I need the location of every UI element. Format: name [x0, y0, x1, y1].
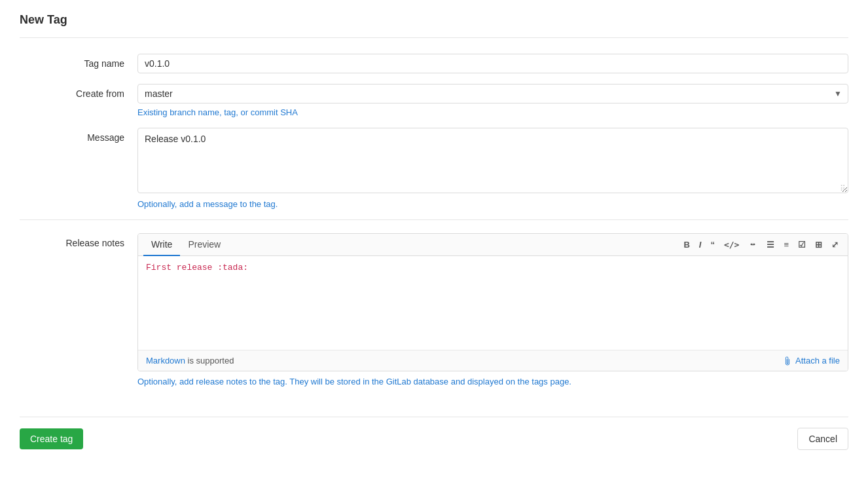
task-list-button[interactable]: ☑ [794, 238, 810, 252]
message-hint: Optionally, add a message to the tag. [137, 199, 848, 209]
bold-button[interactable]: B [679, 238, 693, 252]
message-textarea[interactable]: Release v0.1.0 [137, 128, 848, 193]
create-tag-button[interactable]: Create tag [20, 428, 83, 449]
create-from-select[interactable]: master [137, 84, 848, 103]
resize-handle-icon: ⠿ [840, 185, 846, 193]
fullscreen-button[interactable]: ⤢ [827, 238, 842, 252]
release-notes-control: Write Preview B I “ </> ☰ ≡ ☑ [137, 233, 848, 386]
create-from-select-wrap: master ▼ [137, 84, 848, 103]
section-divider [20, 219, 848, 220]
table-button[interactable]: ⊞ [811, 238, 826, 252]
message-label: Message [20, 128, 137, 143]
create-from-label: Create from [20, 84, 137, 99]
quote-button[interactable]: “ [706, 238, 719, 252]
tag-name-input[interactable] [137, 54, 848, 73]
release-notes-editor: Write Preview B I “ </> ☰ ≡ ☑ [137, 233, 848, 371]
create-from-hint: Existing branch name, tag, or commit SHA [137, 107, 848, 117]
attach-icon [783, 356, 792, 366]
attach-file-button[interactable]: Attach a file [783, 356, 840, 366]
create-from-row: Create from master ▼ Existing branch nam… [20, 84, 848, 117]
release-notes-row: Release notes Write Preview B I “ </> [20, 233, 848, 386]
tab-write[interactable]: Write [143, 234, 180, 256]
italic-button[interactable]: I [695, 238, 706, 252]
release-notes-label: Release notes [20, 233, 137, 248]
markdown-supported-text: Markdown is supported [146, 356, 234, 366]
top-divider [20, 37, 848, 38]
tag-name-row: Tag name [20, 54, 848, 73]
release-notes-textarea[interactable]: First release :tada: [146, 263, 840, 341]
ordered-list-button[interactable]: ≡ [780, 238, 793, 252]
tab-preview[interactable]: Preview [180, 234, 228, 256]
tag-name-control [137, 54, 848, 73]
editor-toolbar: B I “ </> ☰ ≡ ☑ ⊞ ⤢ [679, 237, 842, 253]
link-button[interactable] [744, 237, 761, 253]
release-notes-hint: Optionally, add release notes to the tag… [137, 377, 848, 386]
editor-tabs-bar: Write Preview B I “ </> ☰ ≡ ☑ [138, 234, 848, 256]
code-button[interactable]: </> [720, 238, 743, 252]
markdown-link[interactable]: Markdown [146, 356, 185, 366]
page-title: New Tag [20, 13, 848, 27]
page-container: New Tag Tag name Create from master ▼ Ex… [0, 0, 868, 470]
tag-form: Tag name Create from master ▼ Existing b… [20, 54, 848, 410]
message-row: Message Release v0.1.0 ⠿ Optionally, add… [20, 128, 848, 209]
unordered-list-button[interactable]: ☰ [763, 238, 778, 252]
message-textarea-container: Release v0.1.0 ⠿ [137, 128, 848, 195]
tag-name-label: Tag name [20, 54, 137, 69]
form-actions: Create tag Cancel [20, 417, 848, 457]
editor-content-area: First release :tada: [138, 256, 848, 350]
create-from-control: master ▼ Existing branch name, tag, or c… [137, 84, 848, 117]
attach-file-label: Attach a file [795, 356, 840, 366]
cancel-button[interactable]: Cancel [797, 428, 848, 450]
message-control: Release v0.1.0 ⠿ Optionally, add a messa… [137, 128, 848, 209]
editor-footer: Markdown is supported Attach a file [138, 350, 848, 371]
